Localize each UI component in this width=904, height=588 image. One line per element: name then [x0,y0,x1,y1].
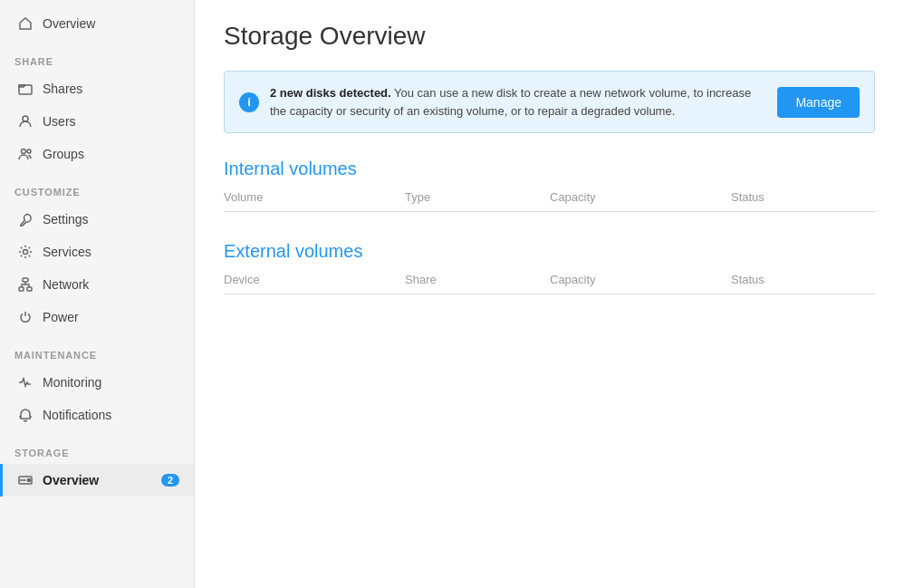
sidebar-item-label-groups: Groups [43,147,179,161]
sidebar-section-maintenance: MAINTENANCE [0,333,194,366]
sidebar-item-label-overview: Overview [43,16,179,31]
sidebar-item-overview[interactable]: Overview [0,7,194,40]
sidebar-item-storage-overview[interactable]: Overview2 [0,464,194,496]
sidebar: OverviewSHARESharesUsersGroupsCUSTOMIZES… [0,0,195,588]
col-capacity-ext-header: Capacity [550,273,731,286]
sidebar-item-label-services: Services [43,245,179,259]
col-share-header: Share [405,273,550,286]
main-content: Storage Overview i 2 new disks detected.… [195,0,904,588]
info-icon: i [239,92,259,112]
sidebar-item-label-users: Users [43,114,179,129]
page-title: Storage Overview [224,22,875,51]
sidebar-item-label-storage-overview: Overview [43,473,152,487]
internal-volumes-section: Internal volumes Volume Type Capacity St… [224,159,875,212]
alert-text: 2 new disks detected. You can use a new … [270,84,766,120]
svg-point-4 [24,250,28,255]
internal-volumes-header: Volume Type Capacity Status [224,190,875,212]
svg-point-3 [27,149,31,153]
col-type-header: Type [405,190,550,204]
sidebar-item-notifications[interactable]: Notifications [0,399,194,431]
gear-icon [17,244,34,260]
sidebar-item-label-network: Network [43,277,179,292]
sidebar-section-storage: STORAGE [0,431,194,464]
group-icon [17,146,34,162]
sidebar-item-label-settings: Settings [43,212,179,227]
external-volumes-section: External volumes Device Share Capacity S… [224,241,875,294]
svg-rect-6 [19,287,24,291]
col-status-header: Status [731,190,875,204]
pulse-icon [17,374,34,390]
sidebar-item-power[interactable]: Power [0,301,194,333]
col-capacity-header: Capacity [550,190,731,204]
external-volumes-title: External volumes [224,241,875,262]
sidebar-item-label-power: Power [43,310,179,324]
sidebar-item-monitoring[interactable]: Monitoring [0,366,194,399]
sidebar-item-groups[interactable]: Groups [0,138,194,170]
sidebar-badge-storage-overview: 2 [161,474,179,487]
home-icon [17,15,34,32]
svg-rect-7 [27,287,32,291]
person-icon [17,113,34,130]
power-icon [17,309,34,325]
col-status-ext-header: Status [731,273,875,286]
alert-bold: 2 new disks detected. [270,86,391,100]
svg-point-1 [23,116,28,121]
svg-point-2 [22,149,26,154]
sidebar-section-share: SHARE [0,40,194,72]
sidebar-item-network[interactable]: Network [0,268,194,301]
network-icon [17,276,34,293]
sidebar-item-settings[interactable]: Settings [0,203,194,236]
sidebar-item-label-monitoring: Monitoring [43,375,179,390]
internal-volumes-title: Internal volumes [224,159,875,179]
sidebar-item-shares[interactable]: Shares [0,72,194,105]
bell-icon [17,407,34,423]
svg-point-9 [28,479,31,482]
col-device-header: Device [224,273,405,286]
svg-rect-5 [23,278,28,282]
sidebar-item-label-shares: Shares [43,82,179,96]
folder-icon [17,81,34,97]
external-volumes-header: Device Share Capacity Status [224,273,875,294]
sidebar-item-label-notifications: Notifications [43,408,179,422]
col-volume-header: Volume [224,190,405,204]
drive-icon [17,472,34,488]
sidebar-item-users[interactable]: Users [0,105,194,138]
sidebar-item-services[interactable]: Services [0,236,194,268]
alert-banner: i 2 new disks detected. You can use a ne… [224,71,875,133]
sidebar-section-customize: CUSTOMIZE [0,170,194,203]
wrench-icon [17,211,34,227]
manage-button[interactable]: Manage [777,87,860,118]
